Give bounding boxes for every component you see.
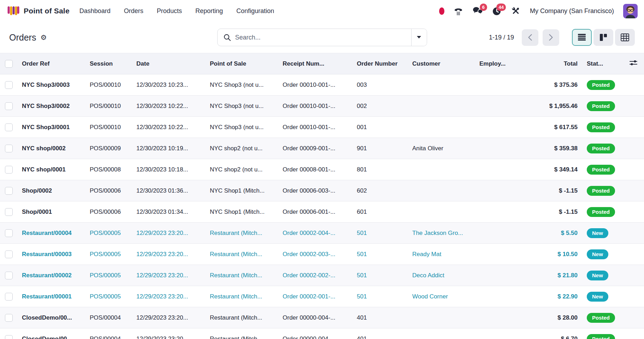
row-checkbox[interactable] [5,102,13,110]
row-checkbox[interactable] [5,145,13,152]
customer-cell [407,180,474,201]
date-cell: 12/29/2023 23:20... [131,286,204,307]
table-row[interactable]: Restaurant/00004POS/0000512/29/2023 23:2… [0,223,644,244]
optional-columns-sliders-icon[interactable] [629,58,638,67]
column-total[interactable]: Total [536,53,578,74]
row-gutter [623,307,644,328]
point-of-sale-cell: Restaurant (Mitch... [204,244,277,265]
row-checkbox[interactable] [5,250,13,258]
pager-next-button[interactable] [543,29,559,46]
row-gutter [623,223,644,244]
status-badge: Posted [587,80,615,90]
status-badge: Posted [587,144,615,153]
table-row[interactable]: NYC shop/0002POS/0000912/30/2023 10:19..… [0,138,644,159]
session-cell: POS/00010 [84,117,131,138]
main-menu: Dashboard Orders Products Reporting Conf… [79,7,274,15]
activities-clock-icon[interactable]: 44 [492,6,502,16]
receipt-number-cell: Order 00006-001-... [277,201,351,223]
table-row[interactable]: ClosedDemo/00...POS/0000412/29/2023 23:2… [0,307,644,328]
chevron-down-icon [417,36,421,39]
session-cell: POS/00008 [84,159,131,180]
column-status[interactable]: Stat... [578,53,623,74]
column-session[interactable]: Session [84,53,131,74]
row-checkbox[interactable] [5,314,13,322]
row-select-cell [0,265,16,286]
menu-configuration[interactable]: Configuration [236,7,274,15]
date-cell: 12/30/2023 10:22... [131,117,204,138]
row-checkbox[interactable] [5,208,13,216]
tools-icon[interactable] [511,6,521,16]
menu-products[interactable]: Products [157,7,182,15]
row-checkbox[interactable] [5,335,13,339]
order-ref-cell: Restaurant/00002 [16,265,84,286]
select-all-checkbox[interactable] [5,60,13,68]
row-checkbox[interactable] [5,272,13,279]
list-view-button[interactable] [572,29,592,46]
table-row[interactable]: NYC Shop3/0002POS/0001012/30/2023 10:22.… [0,96,644,117]
app-switcher[interactable]: Point of Sale [6,5,70,18]
row-gutter [623,74,644,96]
menu-dashboard[interactable]: Dashboard [79,7,111,15]
order-ref-cell: ClosedDemo/00... [16,307,84,328]
status-badge: Posted [587,165,615,175]
session-cell: POS/00005 [84,265,131,286]
table-row[interactable]: NYC Shop3/0003POS/0001012/30/2023 10:23.… [0,74,644,96]
table-row[interactable]: NYC shop/0001POS/0000812/30/2023 10:18..… [0,159,644,180]
receipt-number-cell: Order 00008-001-... [277,159,351,180]
row-checkbox[interactable] [5,81,13,89]
column-point-of-sale[interactable]: Point of Sale [204,53,277,74]
point-of-sale-cell: Restaurant (Mitch... [204,265,277,286]
table-row[interactable]: Shop/0002POS/0000612/30/2023 01:36...NYC… [0,180,644,201]
control-panel: Orders ⚙ 1-19 / 19 [0,22,644,53]
table-row[interactable]: Restaurant/00003POS/0000512/29/2023 23:2… [0,244,644,265]
pivot-view-button[interactable] [615,29,635,46]
receipt-number-cell: Order 00000-004-... [277,328,351,339]
status-cell: Posted [578,159,623,180]
table-row[interactable]: NYC Shop3/0001POS/0001012/30/2023 10:22.… [0,117,644,138]
row-checkbox[interactable] [5,229,13,237]
column-order-number[interactable]: Order Number [351,53,407,74]
order-number-cell: 901 [351,138,407,159]
table-row[interactable]: Shop/0001POS/0000612/30/2023 01:34...NYC… [0,201,644,223]
employee-cell [474,201,536,223]
kanban-view-button[interactable] [593,29,613,46]
company-switcher[interactable]: My Company (San Francisco) [530,7,614,15]
action-gear-icon[interactable]: ⚙ [40,34,47,41]
menu-reporting[interactable]: Reporting [195,7,223,15]
row-checkbox[interactable] [5,293,13,301]
pager-previous-button[interactable] [522,29,538,46]
order-number-cell: 003 [351,74,407,96]
table-row[interactable]: Restaurant/00001POS/0000512/29/2023 23:2… [0,286,644,307]
receipt-number-cell: Order 00002-003-... [277,244,351,265]
status-cell: New [578,223,623,244]
table-row[interactable]: Restaurant/00002POS/0000512/29/2023 23:2… [0,265,644,286]
messages-icon[interactable]: 6 [472,6,483,16]
row-select-cell [0,244,16,265]
search-dropdown-toggle[interactable] [411,29,427,46]
row-select-cell [0,223,16,244]
search-input[interactable] [235,34,406,41]
column-employee[interactable]: Employ... [474,53,536,74]
menu-orders[interactable]: Orders [124,7,143,15]
column-customer[interactable]: Customer [407,53,474,74]
total-cell: $ 1,955.46 [536,96,578,117]
session-cell: POS/00006 [84,180,131,201]
column-order-ref[interactable]: Order Ref [16,53,84,74]
user-avatar[interactable] [623,4,638,18]
customer-cell [407,307,474,328]
total-cell: $ -1.15 [536,180,578,201]
row-checkbox[interactable] [5,187,13,195]
row-checkbox[interactable] [5,123,13,131]
column-date[interactable]: Date [131,53,204,74]
table-row[interactable]: ClosedDemo/00...POS/0000412/29/2023 23:2… [0,328,644,339]
row-select-cell [0,138,16,159]
row-gutter [623,117,644,138]
phone-icon[interactable] [454,6,463,16]
row-select-cell [0,286,16,307]
employee-cell [474,74,536,96]
status-cell: New [578,244,623,265]
column-receipt-number[interactable]: Receipt Num... [277,53,351,74]
customer-cell [407,328,474,339]
point-of-sale-cell: NYC Shop3 (not u... [204,117,277,138]
row-checkbox[interactable] [5,166,13,174]
